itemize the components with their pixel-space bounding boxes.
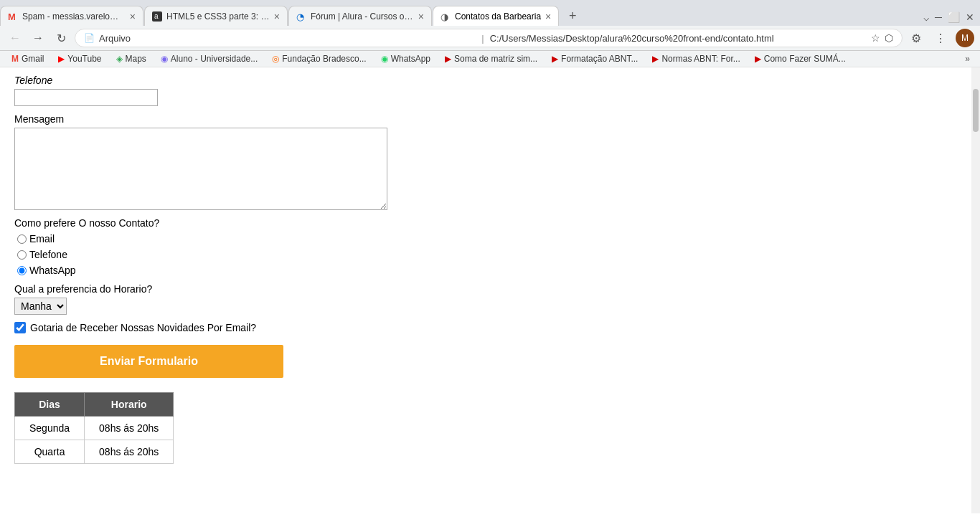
bookmark-gmail[interactable]: M Gmail (6, 52, 50, 65)
aluno-favicon: ◉ (161, 54, 168, 64)
bookmarks-bar: M Gmail ▶ YouTube ◈ Maps ◉ Aluno - Unive… (0, 51, 980, 67)
bookmarks-more-button[interactable]: » (961, 52, 974, 65)
formatacao-favicon: ▶ (552, 54, 558, 64)
bookmark-formatacao[interactable]: ▶ Formatação ABNT... (546, 52, 644, 65)
tab-favicon-forum: ◔ (296, 11, 306, 22)
scrollbar-track[interactable] (971, 67, 980, 513)
address-url: C:/Users/Messias/Desktop/alura%20curso%2… (490, 33, 867, 44)
restore-button[interactable]: ⌵ (923, 11, 929, 23)
tab-title-spam: Spam - messias.varelo@gmail.cc (22, 11, 126, 22)
telefone-label: Telefone (14, 75, 966, 86)
youtube-favicon: ▶ (58, 54, 65, 64)
refresh-button[interactable]: ↻ (52, 29, 70, 47)
extensions-icon[interactable]: ⚙ (907, 29, 925, 47)
bookmark-normas-label: Normas ABNT: For... (661, 54, 740, 64)
tab-close-forum[interactable]: × (418, 11, 424, 22)
table-cell-dia-2: Quarta (15, 440, 85, 464)
radio-telefone-label[interactable]: Telefone (17, 249, 966, 260)
bookmark-gmail-label: Gmail (22, 54, 44, 64)
tab-contatos[interactable]: ◑ Contatos da Barbearia × (433, 6, 559, 26)
radio-email[interactable] (17, 234, 27, 244)
maps-favicon: ◈ (116, 54, 123, 64)
schedule-table: Dias Horario Segunda 08hs ás 20hs Quarta… (14, 392, 174, 464)
close-window-button[interactable]: ✕ (966, 11, 974, 23)
bookmark-maps-label: Maps (126, 54, 146, 64)
radio-email-label[interactable]: Email (17, 233, 966, 245)
contact-preference-section: Como prefere O nosso Contato? Email Tele… (14, 217, 966, 276)
address-box[interactable]: 📄 Arquivo | C:/Users/Messias/Desktop/alu… (75, 29, 903, 47)
browser-menu-icons: ⚙ ⋮ M (907, 29, 974, 47)
soma-favicon: ▶ (445, 54, 451, 64)
page-wrapper: Telefone Mensagem Como prefere O nosso C… (0, 67, 980, 513)
tab-close-contatos[interactable]: × (545, 11, 551, 22)
address-actions: ☆ ⬡ (871, 32, 893, 44)
tab-html5[interactable]: a HTML5 e CSS3 parte 3: trabalhan... × (144, 6, 288, 26)
radio-telefone-text: Telefone (29, 249, 67, 260)
page-content: Telefone Mensagem Como prefere O nosso C… (0, 67, 980, 513)
radio-email-text: Email (29, 233, 55, 245)
table-header-horario: Horario (85, 393, 174, 417)
user-avatar[interactable]: M (956, 29, 974, 47)
address-separator: | (481, 33, 484, 44)
bookmark-formatacao-label: Formatação ABNT... (561, 54, 638, 64)
horario-question: Qual a preferencia do Horario? (14, 283, 966, 295)
bookmark-whatsapp[interactable]: ◉ WhatsApp (375, 52, 436, 65)
submit-button[interactable]: Enviar Formulario (14, 345, 283, 378)
whatsapp-favicon: ◉ (381, 54, 388, 64)
maximize-button[interactable]: ⬜ (948, 11, 960, 23)
minimize-button[interactable]: ─ (935, 11, 942, 23)
gmail-favicon: M (11, 54, 19, 64)
bookmark-fundacao[interactable]: ◎ Fundação Bradesco... (266, 52, 372, 65)
bookmark-normas[interactable]: ▶ Normas ABNT: For... (646, 52, 745, 65)
table-header-dias: Dias (15, 393, 85, 417)
bookmark-como[interactable]: ▶ Como Fazer SUMÁ... (749, 52, 852, 65)
forward-button[interactable]: → (29, 29, 47, 47)
bookmark-youtube[interactable]: ▶ YouTube (52, 52, 107, 65)
tab-close-spam[interactable]: × (130, 11, 136, 22)
normas-favicon: ▶ (652, 54, 659, 64)
tab-title-forum: Fórum | Alura - Cursos online de (311, 11, 414, 22)
main-content: Telefone Mensagem Como prefere O nosso C… (0, 67, 980, 513)
radio-whatsapp[interactable] (17, 266, 27, 275)
bookmark-fundacao-label: Fundação Bradesco... (282, 54, 366, 64)
new-tab-button[interactable]: + (562, 6, 583, 26)
tab-favicon-contatos: ◑ (440, 11, 451, 22)
fundacao-favicon: ◎ (272, 54, 279, 64)
bookmark-aluno[interactable]: ◉ Aluno - Universidade... (155, 52, 263, 65)
como-favicon: ▶ (755, 54, 761, 64)
tab-close-html5[interactable]: × (274, 11, 280, 22)
table-cell-horario-2: 08hs ás 20hs (85, 440, 174, 464)
tab-spam[interactable]: M Spam - messias.varelo@gmail.cc × (0, 6, 143, 26)
table-cell-horario-1: 08hs ás 20hs (85, 417, 174, 440)
radio-telefone[interactable] (17, 250, 27, 260)
tab-favicon-spam: M (8, 11, 18, 22)
bookmark-soma-label: Soma de matriz sim... (454, 54, 537, 64)
window-controls: ⌵ ─ ⬜ ✕ (923, 11, 980, 26)
browser-chrome: M Spam - messias.varelo@gmail.cc × a HTM… (0, 0, 980, 67)
bookmark-whatsapp-label: WhatsApp (391, 54, 430, 64)
bookmark-youtube-label: YouTube (67, 54, 101, 64)
radio-whatsapp-label[interactable]: WhatsApp (17, 265, 966, 276)
mensagem-textarea[interactable] (14, 128, 387, 210)
radio-group: Email Telefone WhatsApp (17, 233, 966, 276)
address-bar-row: ← → ↻ 📄 Arquivo | C:/Users/Messias/Deskt… (0, 26, 980, 51)
back-button[interactable]: ← (6, 29, 24, 47)
horario-select[interactable]: Manha Tarde Noite (14, 298, 67, 315)
telefone-input[interactable] (14, 89, 158, 106)
table-row: Segunda 08hs ás 20hs (15, 417, 174, 440)
bookmark-maps[interactable]: ◈ Maps (110, 52, 152, 65)
newsletter-section: Gotaria de Receber Nossas Novidades Por … (14, 322, 966, 333)
mensagem-label: Mensagem (14, 113, 966, 125)
bookmark-star-icon[interactable]: ☆ (871, 32, 880, 44)
cast-icon[interactable]: ⬡ (885, 32, 893, 44)
newsletter-checkbox[interactable] (14, 322, 26, 333)
radio-whatsapp-text: WhatsApp (29, 265, 76, 276)
tab-title-contatos: Contatos da Barbearia (455, 11, 541, 22)
bookmark-soma[interactable]: ▶ Soma de matriz sim... (439, 52, 543, 65)
mensagem-section: Mensagem (14, 113, 966, 210)
menu-icon[interactable]: ⋮ (931, 29, 950, 47)
tab-title-html5: HTML5 e CSS3 parte 3: trabalhan... (166, 11, 270, 22)
tab-forum[interactable]: ◔ Fórum | Alura - Cursos online de × (288, 6, 432, 26)
scrollbar-thumb[interactable] (973, 89, 979, 132)
tab-favicon-html5: a (152, 11, 162, 22)
